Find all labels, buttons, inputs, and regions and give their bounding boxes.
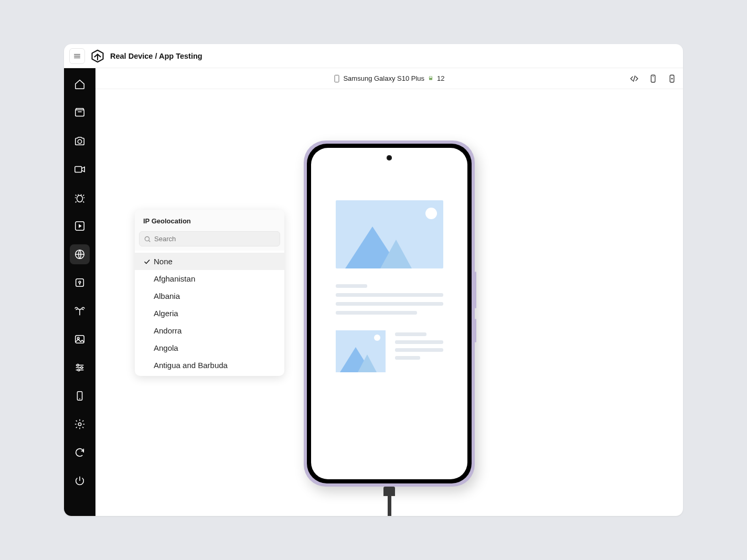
svg-point-22	[78, 423, 81, 426]
geolocation-option-label: None	[154, 257, 173, 266]
check-icon	[143, 258, 151, 265]
device-bar: Samsung Galaxy S10 Plus 12	[95, 68, 683, 89]
app-frame: Real Device / App Testing	[64, 44, 683, 516]
sidebar-item-location[interactable]	[70, 273, 90, 293]
globe-icon	[74, 249, 86, 260]
placeholder-image-icon	[336, 330, 386, 372]
svg-rect-4	[76, 110, 84, 116]
phone-outline-icon	[334, 74, 340, 83]
geolocation-panel: IP Geolocation None	[135, 210, 284, 376]
camera-dot-icon	[387, 155, 392, 160]
device-name: Samsung Galaxy S10 Plus	[343, 74, 424, 82]
svg-rect-27	[651, 75, 655, 82]
sidebar-item-image[interactable]	[70, 329, 90, 349]
bug-icon	[74, 192, 86, 203]
geolocation-option-label: Algeria	[154, 309, 178, 318]
geolocation-option[interactable]: Afghanistan	[135, 270, 284, 287]
geolocation-option-label: Afghanistan	[154, 274, 195, 283]
sidebar-item-video[interactable]	[70, 159, 90, 179]
geolocation-option-label: Antigua and Barbuda	[154, 361, 228, 370]
placeholder-image-icon	[336, 200, 443, 268]
top-header: Real Device / App Testing	[64, 44, 683, 68]
device-exit-icon[interactable]	[667, 74, 677, 83]
geolocation-option[interactable]: Algeria	[135, 305, 284, 322]
code-icon[interactable]	[629, 74, 639, 83]
app-icon	[74, 107, 86, 119]
sidebar-item-record[interactable]	[70, 216, 90, 236]
svg-point-26	[431, 77, 432, 77]
breadcrumb: Real Device / App Testing	[110, 52, 202, 60]
geolocation-option[interactable]: Albania	[135, 287, 284, 305]
network-icon	[74, 305, 86, 317]
geolocation-option[interactable]: None	[135, 253, 284, 270]
device-icon	[74, 390, 86, 402]
os-version: 12	[437, 74, 444, 82]
svg-point-25	[430, 77, 430, 77]
phone-screen[interactable]	[311, 148, 467, 479]
search-icon	[144, 235, 151, 243]
geolocation-option-label: Albania	[154, 292, 180, 300]
content-area: Samsung Galaxy S10 Plus 12 IP Geolocatio…	[95, 68, 683, 516]
logo-icon	[90, 49, 105, 63]
geolocation-list[interactable]: None Afghanistan Albania Algeria	[135, 251, 284, 376]
location-icon	[74, 277, 86, 288]
home-icon	[74, 79, 86, 90]
image-icon	[74, 333, 86, 345]
sliders-icon	[74, 362, 86, 373]
sidebar-item-app[interactable]	[70, 103, 90, 123]
geolocation-option-label: Andorra	[154, 326, 182, 335]
record-icon	[74, 220, 86, 232]
sidebar	[64, 68, 95, 516]
android-icon	[428, 74, 434, 83]
geolocation-title: IP Geolocation	[135, 210, 284, 231]
phone-mockup	[304, 141, 475, 487]
svg-rect-10	[76, 279, 84, 287]
svg-line-30	[148, 240, 150, 242]
svg-point-17	[77, 364, 79, 367]
device-action-icon[interactable]	[648, 74, 658, 83]
svg-point-11	[79, 281, 81, 283]
sidebar-item-power[interactable]	[70, 471, 90, 491]
refresh-icon	[74, 447, 86, 458]
placeholder-card	[336, 200, 443, 315]
menu-icon	[73, 52, 81, 60]
svg-point-5	[78, 139, 81, 143]
sidebar-item-network[interactable]	[70, 301, 90, 321]
sidebar-item-home[interactable]	[70, 74, 90, 94]
power-icon	[74, 475, 86, 487]
video-icon	[74, 164, 86, 175]
svg-rect-6	[75, 167, 82, 173]
sidebar-item-geolocation[interactable]	[70, 244, 90, 264]
sidebar-item-device[interactable]	[70, 386, 90, 406]
svg-point-19	[78, 369, 80, 371]
sidebar-item-bug[interactable]	[70, 188, 90, 208]
search-input[interactable]	[154, 235, 275, 243]
menu-button[interactable]	[69, 48, 85, 64]
cable-icon	[383, 487, 395, 516]
geolocation-option[interactable]: Andorra	[135, 322, 284, 339]
sidebar-item-sliders[interactable]	[70, 358, 90, 378]
sidebar-item-settings[interactable]	[70, 414, 90, 434]
search-input-wrap[interactable]	[139, 231, 280, 246]
svg-point-7	[77, 195, 83, 202]
svg-rect-24	[429, 78, 432, 80]
geolocation-option-label: Angola	[154, 343, 178, 352]
placeholder-card	[336, 330, 443, 372]
gear-icon	[74, 418, 86, 430]
sidebar-item-refresh[interactable]	[70, 443, 90, 462]
canvas: IP Geolocation None	[95, 89, 683, 516]
geolocation-option[interactable]: Antigua and Barbuda	[135, 357, 284, 374]
svg-rect-12	[76, 336, 84, 343]
svg-point-18	[81, 367, 83, 369]
svg-rect-23	[335, 75, 339, 82]
geolocation-option[interactable]: Angola	[135, 339, 284, 357]
sidebar-item-camera[interactable]	[70, 131, 90, 151]
camera-icon	[74, 135, 86, 147]
svg-point-29	[145, 236, 149, 241]
